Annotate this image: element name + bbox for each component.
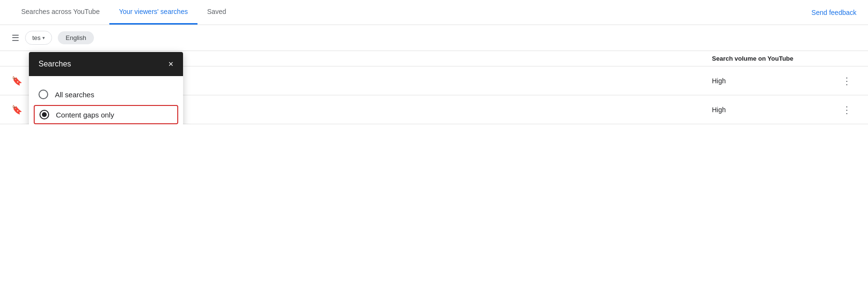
more-options-icon[interactable]: ⋮ xyxy=(842,104,852,115)
bookmark-icon[interactable]: 🔖 xyxy=(12,76,22,86)
bookmark-icon[interactable]: 🔖 xyxy=(12,104,22,115)
chevron-down-icon: ▾ xyxy=(42,35,45,40)
searches-dropdown: Searches × All searches Content gaps onl… xyxy=(29,52,183,124)
col-volume-header: Search volume on YouTube xyxy=(712,55,837,62)
row-volume-1: High xyxy=(712,77,837,85)
all-searches-option[interactable]: All searches xyxy=(39,84,173,105)
filter-chip-label: tes xyxy=(32,34,40,41)
content-gaps-radio[interactable] xyxy=(39,110,49,119)
filter-bar: ☰ tes ▾ English Searches × All searches … xyxy=(0,25,868,51)
content-gaps-label: Content gaps only xyxy=(56,111,114,119)
row-actions-2: ⋮ xyxy=(837,104,856,116)
english-chip[interactable]: English xyxy=(58,31,94,44)
send-feedback-link[interactable]: Send feedback xyxy=(812,1,856,24)
tab-saved[interactable]: Saved xyxy=(197,0,236,25)
all-searches-radio[interactable] xyxy=(39,90,48,99)
tab-viewers-searches[interactable]: Your viewers' searches xyxy=(109,0,197,25)
dropdown-body: All searches Content gaps only xyxy=(29,76,183,124)
row-volume-2: High xyxy=(712,106,837,114)
filter-icon[interactable]: ☰ xyxy=(12,33,19,43)
radio-fill xyxy=(42,112,47,117)
all-searches-label: All searches xyxy=(55,91,94,99)
filter-chip-tes[interactable]: tes ▾ xyxy=(25,31,52,45)
dropdown-header: Searches × xyxy=(29,52,183,76)
row-actions-1: ⋮ xyxy=(837,75,856,87)
more-options-icon[interactable]: ⋮ xyxy=(842,76,852,86)
close-icon[interactable]: × xyxy=(168,60,173,68)
dropdown-title: Searches xyxy=(39,60,71,68)
tab-searches-across-youtube[interactable]: Searches across YouTube xyxy=(12,0,109,25)
tabs-bar: Searches across YouTube Your viewers' se… xyxy=(0,0,868,25)
content-gaps-option[interactable]: Content gaps only xyxy=(34,105,178,124)
